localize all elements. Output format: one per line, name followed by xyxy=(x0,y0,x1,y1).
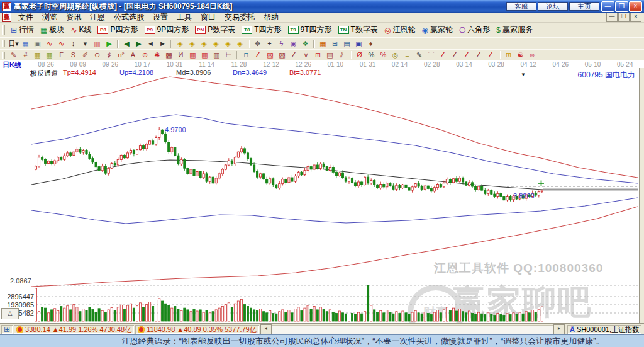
yinyang-icon[interactable]: ☯ xyxy=(514,50,526,60)
angle3-icon[interactable]: ∠ xyxy=(449,50,461,60)
status-scrollbar[interactable]: ◂ ▸ xyxy=(260,325,565,334)
spiral-icon[interactable]: S xyxy=(67,50,79,60)
menu-江恩[interactable]: 江恩 xyxy=(86,13,109,22)
angle2-icon[interactable]: ∠ xyxy=(437,50,449,60)
winner-wheel-button[interactable]: ◉赢家轮 xyxy=(418,24,455,36)
kline-red-icon[interactable]: ∿ xyxy=(43,39,55,48)
wheel-small-icon[interactable]: ◉ xyxy=(287,39,299,48)
table-red-icon[interactable]: ⊞ xyxy=(312,50,324,60)
circle-tool-icon[interactable]: ⊖ xyxy=(91,50,103,60)
mdi-minimize-button[interactable]: — xyxy=(606,13,618,22)
menu-设置[interactable]: 设置 xyxy=(148,13,172,22)
menu-浏览[interactable]: 浏览 xyxy=(38,13,62,22)
diamond-nav6-icon[interactable]: ◈ xyxy=(234,39,246,48)
f-tool-icon[interactable]: F xyxy=(55,50,67,60)
gann-grid-icon[interactable]: ▦ xyxy=(31,50,43,60)
menu-帮助[interactable]: 帮助 xyxy=(259,13,283,22)
updown-icon[interactable]: ↕ xyxy=(67,39,79,48)
percent-icon[interactable]: % xyxy=(365,50,377,60)
hatch-icon[interactable]: ♯ xyxy=(103,50,115,60)
angle-pen-icon[interactable]: ✐ xyxy=(79,50,91,60)
restore-button[interactable]: ❐ xyxy=(615,1,628,12)
volume-pane-toggle[interactable]: △ xyxy=(1,308,19,319)
menu-交易委托[interactable]: 交易委托 xyxy=(220,13,259,22)
rows-icon[interactable]: ▤ xyxy=(324,50,336,60)
flag-icon[interactable]: ▶ xyxy=(103,39,115,48)
hexagon-button[interactable]: ⎔六角形 xyxy=(456,24,493,36)
yellow-grid-icon[interactable]: ⊞ xyxy=(502,50,514,60)
gann-wheel-button[interactable]: ◎江恩轮 xyxy=(381,24,418,36)
shade-box-icon[interactable]: ▨ xyxy=(264,50,276,60)
arc-icon[interactable]: ⌒ xyxy=(425,50,437,60)
a-slash-icon[interactable]: A xyxy=(127,50,139,60)
p-square-button[interactable]: P8P四方形 xyxy=(94,24,141,36)
kline-chart[interactable] xyxy=(0,68,639,323)
shade-box2-icon[interactable]: ▧ xyxy=(276,50,288,60)
kline-button[interactable]: ∿K线 xyxy=(67,24,94,36)
quick-link-0[interactable]: 客服 xyxy=(506,2,536,11)
menu-窗口[interactable]: 窗口 xyxy=(196,13,220,22)
p-table-button[interactable]: PNP数字表 xyxy=(192,24,238,36)
trend-angle-icon[interactable]: ∠ xyxy=(288,50,300,60)
no-press-icon[interactable]: Ø xyxy=(353,50,365,60)
scroll-left-button[interactable]: ◂ xyxy=(260,324,272,334)
dropdown-icon[interactable]: ▾ xyxy=(79,39,91,48)
menu-工具[interactable]: 工具 xyxy=(172,13,196,22)
red-grid-icon[interactable]: ▦ xyxy=(187,50,199,60)
red-grid2-icon[interactable]: ▦ xyxy=(199,50,211,60)
gann-fan-icon[interactable]: ∠ xyxy=(252,50,264,60)
minimize-button[interactable]: — xyxy=(601,1,614,12)
box-x-icon[interactable]: ▩ xyxy=(163,50,175,60)
gann-grid2-icon[interactable]: ▦ xyxy=(43,50,55,60)
kline-red2-icon[interactable]: ∿ xyxy=(55,39,67,48)
zigzag-icon[interactable]: ϟ xyxy=(275,39,287,48)
image-icon[interactable]: ▦ xyxy=(19,39,31,48)
close-button[interactable]: × xyxy=(629,1,642,12)
crosshair-icon[interactable]: + xyxy=(264,39,275,48)
hand-icon[interactable]: ✥ xyxy=(252,39,264,48)
diamond-nav1-icon[interactable]: ◈ xyxy=(174,39,186,48)
levels-icon[interactable]: ≡ xyxy=(401,50,413,60)
sectors-button[interactable]: ▦板块 xyxy=(37,24,67,36)
scroll-right-button[interactable]: ▸ xyxy=(553,324,565,334)
diamond-nav2-icon[interactable]: ◈ xyxy=(186,39,198,48)
star-icon[interactable]: ❖ xyxy=(299,39,311,48)
candle-box-icon[interactable]: ▥ xyxy=(91,39,103,48)
diamond-nav3-icon[interactable]: ◈ xyxy=(198,39,210,48)
t-table-button[interactable]: TNT数字表 xyxy=(335,24,381,36)
9t-square-button[interactable]: T99T四方形 xyxy=(285,24,335,36)
infinity-icon[interactable]: ∞ xyxy=(526,50,538,60)
quick-link-2[interactable]: 主页 xyxy=(569,2,599,11)
diamond-nav5-icon[interactable]: ◈ xyxy=(222,39,234,48)
wave-mark-icon[interactable]: И xyxy=(175,50,187,60)
mdi-close-button[interactable]: × xyxy=(630,13,641,22)
next-bar-icon[interactable]: ► xyxy=(157,39,169,48)
fence-icon[interactable]: ▥ xyxy=(211,50,223,60)
parallel-icon[interactable]: ⫽ xyxy=(336,50,348,60)
9p-square-button[interactable]: P99P四方形 xyxy=(142,24,192,36)
prev-bar-icon[interactable]: ◄ xyxy=(145,39,157,48)
save-icon[interactable]: ▣ xyxy=(353,39,365,48)
angle5-icon[interactable]: ∠ xyxy=(473,50,485,60)
rect-select-icon[interactable]: ⊓ xyxy=(240,50,252,60)
menu-公式选股[interactable]: 公式选股 xyxy=(109,13,148,22)
info-icon[interactable]: ▣ xyxy=(31,39,43,48)
ink-icon[interactable]: ✎ xyxy=(413,50,425,60)
quick-link-1[interactable]: 论坛 xyxy=(538,2,568,11)
notebook-icon[interactable]: ▤ xyxy=(341,39,353,48)
check-line-icon[interactable]: ∨ xyxy=(300,50,312,60)
truck-icon[interactable]: ♦ xyxy=(365,39,377,48)
asterisk-icon[interactable]: ✱ xyxy=(151,50,163,60)
last-bar-icon[interactable]: ▶ xyxy=(133,39,145,48)
percent-line-icon[interactable]: % xyxy=(377,50,389,60)
quotes-button[interactable]: ⊞行情 xyxy=(8,24,37,36)
period-day-icon[interactable]: 日▾ xyxy=(8,39,19,48)
gold-ring-icon[interactable]: ◎ xyxy=(389,50,401,60)
grid-lines-icon[interactable]: # xyxy=(19,50,31,60)
calendar-icon[interactable]: ▦ xyxy=(317,39,329,48)
angle4-icon[interactable]: ∠ xyxy=(461,50,473,60)
angle6-icon[interactable]: ∠ xyxy=(485,50,497,60)
diamond-nav4-icon[interactable]: ◈ xyxy=(210,39,222,48)
t-square-button[interactable]: T8T四方形 xyxy=(238,24,284,36)
range-icon[interactable]: ⊢ xyxy=(223,50,235,60)
